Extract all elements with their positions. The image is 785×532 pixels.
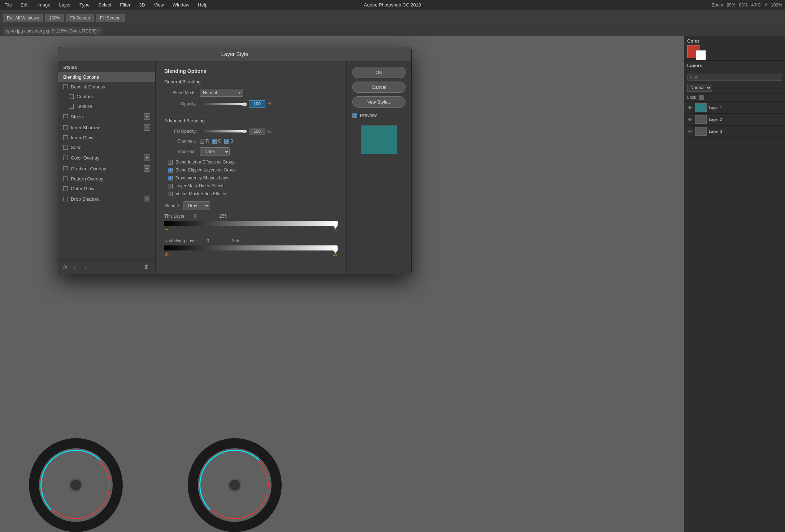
sidebar-item-stroke[interactable]: Stroke + [58, 111, 155, 122]
blend-mode-select[interactable]: Normal [200, 89, 243, 97]
sidebar-item-gradient-overlay[interactable]: Gradient Overlay + [58, 163, 155, 174]
channel-g-checkbox[interactable] [212, 139, 217, 144]
menu-edit[interactable]: Edit [19, 1, 30, 8]
opacity-input[interactable] [249, 100, 265, 108]
sidebar-item-color-overlay[interactable]: Color Overlay + [58, 152, 155, 163]
menu-type[interactable]: Type [78, 1, 91, 8]
background-color-swatch[interactable] [696, 50, 706, 60]
contour-checkbox[interactable] [69, 94, 74, 99]
layer-style-dialog[interactable]: Layer Style Styles Blending Options Beve… [58, 47, 412, 274]
layer-mask-checkbox[interactable] [168, 184, 173, 188]
blend-clipped-checkbox[interactable] [168, 168, 173, 173]
sidebar-item-contour[interactable]: Contour [58, 92, 155, 101]
underlying-layer-warning-left: ⚠ [164, 251, 169, 257]
lock-transparency-icon[interactable] [699, 95, 704, 100]
sidebar-item-satin[interactable]: Satin [58, 143, 155, 152]
satin-checkbox[interactable] [63, 145, 68, 150]
this-layer-warning-right: ⚠ [333, 227, 338, 232]
wheel-red-left [42, 451, 110, 519]
layer-visibility-2[interactable]: 👁 [687, 117, 693, 122]
fill-opacity-input[interactable] [249, 128, 265, 135]
channel-r-checkbox[interactable] [200, 139, 204, 144]
pattern-overlay-checkbox[interactable] [63, 176, 68, 181]
fill-screen-button[interactable]: Fill Screen [96, 14, 125, 22]
outer-glow-label: Outer Glow [71, 186, 95, 191]
blend-interior-label: Blend Interior Effects as Group [175, 160, 235, 165]
fit-screen-button[interactable]: Fit Screen [66, 14, 94, 22]
sidebar-item-bevel-emboss[interactable]: Bevel & Emboss [58, 82, 155, 92]
menu-file[interactable]: File [3, 1, 13, 8]
underlying-layer-gradient[interactable] [164, 245, 338, 250]
menu-filter[interactable]: Filter [118, 1, 132, 8]
inner-shadow-add-button[interactable]: + [144, 124, 150, 131]
inner-shadow-checkbox[interactable] [63, 125, 68, 130]
layers-search-input[interactable] [687, 74, 782, 81]
layer-visibility-3[interactable]: 👁 [687, 128, 693, 134]
vector-mask-checkbox[interactable] [168, 192, 173, 196]
preview-checkbox[interactable] [352, 113, 357, 118]
gradient-overlay-checkbox[interactable] [63, 166, 68, 171]
move-down-button[interactable]: ↓ [82, 263, 89, 270]
knockout-select[interactable]: None [200, 147, 230, 156]
inner-glow-checkbox[interactable] [63, 135, 68, 140]
this-layer-gradient[interactable] [164, 221, 338, 226]
move-up-button[interactable]: ↑ [71, 263, 78, 270]
menu-window[interactable]: Window [171, 1, 191, 8]
menu-3d[interactable]: 3D [138, 1, 147, 8]
texture-checkbox[interactable] [69, 104, 74, 109]
blend-interior-checkbox[interactable] [168, 160, 173, 165]
preview-label: Preview [360, 113, 377, 118]
delete-style-button[interactable]: 🗑 [143, 263, 150, 270]
transparency-shapes-checkbox[interactable] [168, 176, 173, 180]
color-overlay-checkbox[interactable] [63, 156, 68, 160]
menu-select[interactable]: Select [97, 1, 113, 8]
list-item[interactable]: 👁 Layer 2 [684, 114, 785, 126]
sidebar-item-blending-options[interactable]: Blending Options [58, 72, 155, 82]
channel-b-checkbox[interactable] [224, 139, 229, 144]
ok-button[interactable]: OK [352, 67, 405, 78]
list-item[interactable]: 👁 Layer 1 [684, 102, 785, 114]
layers-blend-select[interactable]: Normal [687, 84, 712, 92]
fill-opacity-slider-thumb[interactable] [242, 130, 247, 133]
drop-shadow-add-button[interactable]: + [144, 196, 150, 202]
sidebar-item-inner-shadow[interactable]: Inner Shadow + [58, 122, 155, 133]
color-overlay-add-button[interactable]: + [144, 154, 150, 161]
sidebar-item-inner-glow[interactable]: Inner Glow [58, 133, 155, 143]
sidebar-item-outer-glow[interactable]: Outer Glow [58, 184, 155, 193]
fill-opacity-slider-track[interactable] [200, 130, 247, 132]
roll-all-windows-button[interactable]: Roll All Windows [3, 14, 43, 22]
opacity-row: Opacity: % [164, 100, 338, 108]
layer-visibility-1[interactable]: 👁 [687, 105, 693, 110]
texture-label: Texture [77, 104, 92, 109]
knockout-row: Knockout: None [164, 147, 338, 156]
dialog-right-panel: OK Cancel New Style... Preview [346, 61, 411, 274]
this-layer-warning-left: ⚠ [164, 227, 169, 232]
channel-g-label: G [218, 139, 221, 144]
menu-view[interactable]: View [152, 1, 165, 8]
opacity-slider-thumb[interactable] [242, 102, 247, 106]
wheel-right [188, 438, 282, 532]
underlying-layer-min: 0 [207, 238, 209, 243]
sidebar-item-texture[interactable]: Texture [58, 101, 155, 111]
dialog-body: Styles Blending Options Bevel & Emboss C… [58, 61, 411, 274]
outer-glow-checkbox[interactable] [63, 186, 68, 191]
zoom-100-button[interactable]: 100% [45, 14, 64, 22]
menu-help[interactable]: Help [196, 1, 209, 8]
color-overlay-label: Color Overlay [71, 155, 99, 161]
menu-image[interactable]: Image [36, 1, 52, 8]
file-tab[interactable]: op-to-jpg-converter.jpg @ 128% (Cyan, RG… [3, 27, 103, 35]
bevel-emboss-checkbox[interactable] [63, 84, 68, 89]
opacity-slider-track[interactable] [200, 103, 247, 105]
sidebar-item-pattern-overlay[interactable]: Pattern Overlay [58, 174, 155, 184]
blend-if-select[interactable]: Gray [183, 201, 210, 210]
stroke-checkbox[interactable] [63, 114, 68, 119]
drop-shadow-checkbox[interactable] [63, 197, 68, 201]
sidebar-item-drop-shadow[interactable]: Drop Shadow + [58, 193, 155, 204]
cancel-button[interactable]: Cancel [352, 82, 405, 93]
new-style-button[interactable]: New Style... [352, 96, 405, 108]
list-item[interactable]: 👁 Layer 3 [684, 126, 785, 138]
inner-shadow-label: Inner Shadow [71, 125, 100, 130]
gradient-overlay-add-button[interactable]: + [144, 165, 150, 172]
stroke-add-button[interactable]: + [144, 113, 150, 120]
menu-layer[interactable]: Layer [58, 1, 73, 8]
